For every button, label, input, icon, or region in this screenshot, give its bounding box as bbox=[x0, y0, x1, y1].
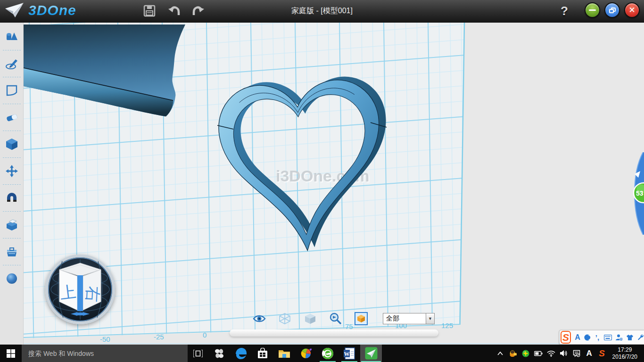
chevron-down-icon: ▼ bbox=[426, 313, 435, 324]
sidebar-separator bbox=[3, 265, 21, 265]
windows-store-icon bbox=[257, 348, 268, 359]
tray-expand-chevron[interactable] bbox=[496, 349, 504, 358]
tool-sidebar bbox=[0, 23, 24, 345]
clock-date: 2016/7/20 bbox=[612, 354, 637, 361]
move-arrows-icon bbox=[5, 165, 18, 178]
settings-wrench-icon[interactable] bbox=[637, 333, 644, 342]
svg-text:11: 11 bbox=[620, 338, 622, 340]
selection-filter-button[interactable] bbox=[355, 312, 368, 325]
app-logo: 3DOne bbox=[5, 2, 76, 19]
view-cube-canvas: 上 右 bbox=[48, 257, 112, 321]
selection-filter-dropdown[interactable]: 全部 ▼ bbox=[383, 313, 435, 324]
edge-browser-icon bbox=[235, 347, 247, 360]
zoom-button[interactable] bbox=[329, 312, 342, 325]
undo-icon bbox=[167, 5, 181, 17]
wifi-icon[interactable] bbox=[547, 349, 555, 358]
word-icon: W bbox=[344, 347, 355, 360]
sidebar-separator bbox=[3, 77, 21, 77]
taskbar-apps: W bbox=[208, 345, 382, 362]
sidebar-separator bbox=[3, 157, 21, 158]
chinese-english-toggle[interactable]: A bbox=[574, 333, 581, 342]
save-button[interactable] bbox=[141, 3, 157, 19]
community-badge-count: 53 bbox=[636, 189, 644, 197]
green-e-browser-icon bbox=[322, 347, 334, 360]
axis-label: 0 bbox=[203, 331, 206, 339]
document-title: 家庭版 - [模型001] bbox=[291, 6, 353, 16]
taskbar-app-green-browser[interactable] bbox=[317, 345, 339, 362]
sogou-tray-icon[interactable]: S bbox=[598, 349, 606, 358]
sidebar-item-magnet[interactable] bbox=[1, 188, 23, 208]
minimize-button[interactable] bbox=[585, 2, 600, 18]
pinwheel-icon bbox=[214, 348, 225, 359]
start-button[interactable] bbox=[0, 345, 22, 362]
wireframe-cube-icon bbox=[279, 313, 291, 325]
viewport-3d[interactable]: -50 -25 0 25 75 100 125 i3DOne.com i3DOn… bbox=[24, 23, 644, 345]
taskbar-app-explorer[interactable] bbox=[273, 345, 295, 362]
task-view-button[interactable] bbox=[188, 345, 208, 362]
battery-icon[interactable] bbox=[534, 349, 543, 358]
task-view-icon bbox=[193, 350, 203, 357]
taskbar-app-edge[interactable] bbox=[230, 345, 252, 362]
sidebar-item-toolbox[interactable] bbox=[1, 241, 23, 262]
titlebar: 3DOne bbox=[0, 0, 644, 23]
sketch-plane-icon bbox=[6, 84, 18, 97]
sogou-logo-icon[interactable]: S bbox=[561, 331, 571, 344]
axis-label: -50 bbox=[100, 335, 110, 343]
sidebar-item-sketch[interactable] bbox=[1, 53, 23, 74]
sidebar-item-combine[interactable] bbox=[1, 214, 23, 235]
zoom-magnifier-icon bbox=[329, 312, 342, 325]
sidebar-item-move[interactable] bbox=[1, 161, 23, 181]
help-button[interactable]: ? bbox=[557, 3, 571, 19]
view-cube-top-label: 上 bbox=[59, 282, 77, 302]
taskbar-clock[interactable]: 17:29 2016/7/20 bbox=[611, 346, 641, 361]
sidebar-item-solid[interactable] bbox=[1, 134, 23, 155]
action-center-icon[interactable] bbox=[572, 349, 581, 358]
volume-icon[interactable] bbox=[560, 349, 568, 358]
desktop: 3DOne bbox=[0, 0, 644, 362]
sidebar-separator bbox=[3, 238, 21, 239]
restore-button[interactable] bbox=[604, 2, 620, 18]
taskbar-app-3done[interactable] bbox=[360, 345, 382, 362]
redo-icon bbox=[192, 5, 205, 17]
windows-taskbar: W bbox=[0, 345, 644, 362]
shaded-view-button[interactable] bbox=[304, 312, 317, 325]
sogou-language-bar: S A ’, 11 bbox=[559, 330, 644, 345]
account-icon[interactable]: 11 bbox=[615, 333, 623, 342]
community-flyout[interactable]: 53 bbox=[629, 152, 644, 235]
model-heart[interactable] bbox=[165, 48, 446, 296]
view-cube[interactable]: 上 右 bbox=[45, 255, 115, 324]
save-icon bbox=[143, 5, 156, 17]
sidebar-item-sketch-plane[interactable] bbox=[1, 80, 23, 101]
fullwidth-moon-icon[interactable] bbox=[584, 333, 591, 342]
sidebar-item-eraser[interactable] bbox=[1, 107, 23, 128]
redo-button[interactable] bbox=[190, 3, 206, 19]
app-name: 3DOne bbox=[28, 2, 76, 18]
sidebar-item-primitives[interactable] bbox=[1, 26, 23, 47]
3done-app-icon bbox=[365, 347, 378, 360]
soft-keyboard-icon[interactable] bbox=[604, 333, 612, 342]
messenger-tray-icon[interactable] bbox=[509, 349, 517, 358]
punctuation-icon[interactable]: ’, bbox=[594, 333, 601, 342]
undo-button[interactable] bbox=[166, 3, 182, 19]
file-explorer-icon bbox=[278, 348, 290, 359]
skin-tshirt-icon[interactable] bbox=[626, 333, 634, 342]
status-pill bbox=[230, 329, 438, 337]
taskbar-app-store[interactable] bbox=[252, 345, 273, 362]
restore-icon bbox=[609, 8, 616, 13]
close-button[interactable]: ✕ bbox=[624, 2, 640, 18]
view-cube-edge-highlight bbox=[77, 275, 83, 311]
input-method-letter[interactable]: A bbox=[585, 349, 594, 358]
taskbar-app-word[interactable]: W bbox=[339, 345, 360, 362]
wireframe-button[interactable] bbox=[278, 312, 291, 325]
taskbar-app-pinwheel[interactable] bbox=[208, 345, 230, 362]
shaded-cube-icon bbox=[304, 313, 316, 325]
sidebar-separator bbox=[3, 184, 21, 185]
sidebar-separator bbox=[3, 131, 21, 131]
visibility-button[interactable] bbox=[253, 312, 266, 325]
sidebar-item-material[interactable] bbox=[1, 268, 23, 289]
svg-text:W: W bbox=[344, 350, 350, 357]
search-input[interactable] bbox=[22, 345, 188, 362]
taskbar-app-360browser[interactable] bbox=[295, 345, 317, 362]
flyout-canvas: 53 bbox=[629, 152, 644, 235]
antivirus-tray-icon[interactable] bbox=[521, 349, 530, 358]
